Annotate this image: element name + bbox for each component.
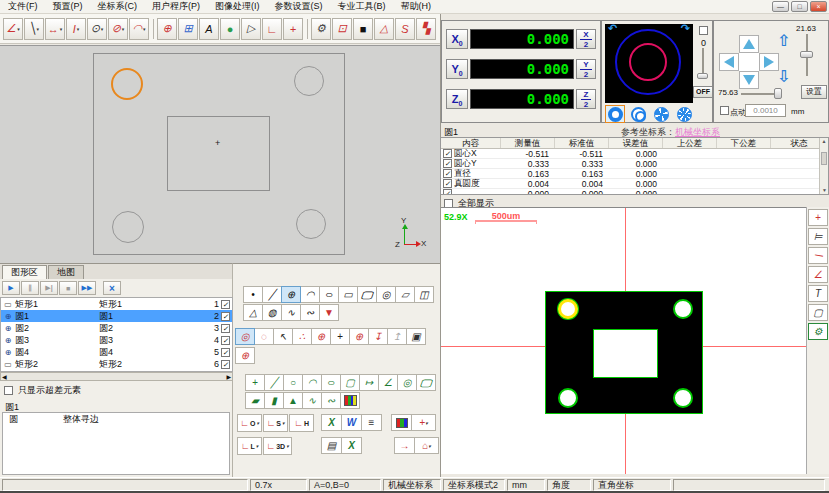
pick-cursor-button[interactable]: ↖ bbox=[273, 328, 293, 345]
cs-skew-button[interactable]: ∟S▾ bbox=[263, 414, 288, 432]
element-checkbox[interactable]: ✓ bbox=[221, 324, 230, 333]
x-half-button[interactable]: X2 bbox=[576, 29, 596, 49]
trace-point-button[interactable]: ⊕ bbox=[235, 347, 255, 364]
line-tool-button[interactable]: ╲▾ bbox=[24, 18, 44, 40]
magnifier-plus-button[interactable]: ⊕ bbox=[311, 328, 331, 345]
element-row-circle2[interactable]: ⊕圆2圆23✓ bbox=[1, 322, 232, 334]
color-grid-button[interactable] bbox=[340, 392, 360, 409]
construct-ellipse-button[interactable]: ○ bbox=[321, 374, 341, 391]
construct-curve-button[interactable]: ∿ bbox=[302, 392, 322, 409]
cs-h-button[interactable]: ∟H bbox=[289, 414, 314, 432]
render-view-button[interactable]: ● bbox=[220, 18, 240, 40]
cylinder-tool-button[interactable]: ◫ bbox=[414, 286, 434, 303]
rotate-right-icon[interactable]: ↷ bbox=[681, 24, 690, 35]
table-scrollbar[interactable]: ▲▼ bbox=[819, 138, 828, 194]
jog-down-button[interactable] bbox=[739, 71, 759, 89]
menu-image-processing[interactable]: 图像处理(I) bbox=[215, 0, 260, 13]
circle-tool-button[interactable]: ⊙▾ bbox=[87, 18, 107, 40]
z-up-arrow-button[interactable]: ⇧ bbox=[777, 31, 790, 50]
z-slider-handle[interactable] bbox=[800, 51, 813, 58]
report-print-button[interactable]: ▤ bbox=[321, 437, 342, 454]
black-display-button[interactable]: ■ bbox=[353, 18, 373, 40]
jog-up-button[interactable] bbox=[739, 35, 759, 53]
z-zero-button[interactable]: Z0 bbox=[446, 89, 468, 109]
settings-button[interactable]: 设置 bbox=[801, 85, 827, 99]
label-text-button[interactable]: A bbox=[199, 18, 219, 40]
light-slider-handle[interactable] bbox=[697, 73, 708, 79]
tab-graphics[interactable]: 图形区 bbox=[2, 265, 47, 279]
colorbar-button[interactable] bbox=[391, 414, 412, 431]
region-select-button[interactable]: ▢ bbox=[808, 304, 828, 321]
construct-slot-button[interactable]: ▢ bbox=[416, 374, 436, 391]
tab-map[interactable]: 地图 bbox=[48, 265, 84, 279]
step-size-input[interactable]: 0.0010 bbox=[745, 104, 786, 117]
play-button[interactable]: ▶ bbox=[2, 281, 20, 295]
settings-gear-button[interactable]: ⚙ bbox=[311, 18, 331, 40]
export-word-button[interactable]: W bbox=[341, 414, 362, 431]
pause-button[interactable]: ∥ bbox=[21, 281, 39, 295]
quad-tool-button[interactable]: ▱ bbox=[395, 286, 415, 303]
slot-tool-button[interactable]: ▢ bbox=[357, 286, 377, 303]
hole-bottom-right[interactable] bbox=[673, 388, 693, 408]
construct-closed-curve-button[interactable]: ∾ bbox=[321, 392, 341, 409]
sphere-tool-button[interactable]: ◍ bbox=[262, 304, 282, 321]
part-circle-top-left-selected[interactable] bbox=[111, 68, 143, 100]
cs-3d-button[interactable]: ∟3D▾ bbox=[263, 437, 292, 455]
auto-circle-button-selected[interactable]: ◎ bbox=[235, 328, 255, 345]
menu-preset[interactable]: 预置(P) bbox=[53, 0, 83, 13]
y-zero-button[interactable]: Y0 bbox=[446, 59, 468, 79]
menu-user-program[interactable]: 用户程序(P) bbox=[152, 0, 200, 13]
stage-cross-button[interactable]: + bbox=[283, 18, 303, 40]
hole-top-left-selected[interactable] bbox=[558, 299, 578, 319]
edit-tool-button[interactable]: × bbox=[103, 281, 121, 295]
center-cutout-rect[interactable] bbox=[593, 329, 658, 378]
construct-circle-button[interactable]: ○ bbox=[283, 374, 303, 391]
light-coaxial-button[interactable] bbox=[628, 105, 648, 123]
edge-detect-button[interactable]: ⊨ bbox=[808, 228, 828, 245]
caliper-button[interactable]: I bbox=[808, 247, 828, 264]
row-checkbox[interactable]: ✓ bbox=[443, 189, 452, 195]
part-circle-top-right[interactable] bbox=[294, 66, 324, 96]
z-down-arrow-button[interactable]: ⇩ bbox=[777, 67, 790, 86]
light-off-button[interactable]: OFF bbox=[693, 86, 713, 98]
element-row-rect2[interactable]: ▭矩形2矩形26✓ bbox=[1, 358, 232, 370]
ring-tool-button[interactable]: ◎ bbox=[376, 286, 396, 303]
run-flag-button[interactable]: ▷ bbox=[241, 18, 261, 40]
part-inner-rect[interactable] bbox=[167, 116, 270, 191]
line-tool-button[interactable]: ╱ bbox=[262, 286, 282, 303]
element-row-circle4[interactable]: ⊕圆4圆45✓ bbox=[1, 346, 232, 358]
element-checkbox[interactable]: ✓ bbox=[221, 348, 230, 357]
jog-left-button[interactable] bbox=[719, 53, 739, 71]
element-checkbox[interactable]: ✓ bbox=[221, 360, 230, 369]
element-row-circle1-selected[interactable]: ⊕圆1圆12✓ bbox=[1, 310, 232, 322]
rotate-left-icon[interactable]: ↶ bbox=[608, 24, 617, 35]
element-checkbox[interactable]: ✓ bbox=[221, 336, 230, 345]
zoom-in-button[interactable]: ⊕ bbox=[157, 18, 177, 40]
filter-checkbox[interactable] bbox=[4, 386, 13, 395]
step-forward-button[interactable]: ▶| bbox=[40, 281, 58, 295]
light-segment-button[interactable] bbox=[674, 105, 694, 123]
element-checkbox[interactable]: ✓ bbox=[221, 300, 230, 309]
target-circle-button[interactable]: ⊕ bbox=[349, 328, 369, 345]
light-quadrant-button[interactable] bbox=[651, 105, 671, 123]
x-zero-button[interactable]: X0 bbox=[446, 29, 468, 49]
cross-cursor-button[interactable]: + bbox=[330, 328, 350, 345]
jog-step-checkbox[interactable] bbox=[720, 106, 729, 115]
probe-pin-button[interactable]: ↧ bbox=[368, 328, 388, 345]
scrollbar-thumb[interactable] bbox=[821, 152, 827, 165]
arc-tool-button[interactable]: ◠▾ bbox=[129, 18, 149, 40]
construct-line-button[interactable]: ╱ bbox=[264, 374, 284, 391]
part-circle-bottom-right[interactable] bbox=[296, 209, 326, 239]
element-row-rect1[interactable]: ▭矩形1矩形11✓ bbox=[1, 298, 232, 310]
table-row[interactable]: ✓真圆度0.0040.0040.000 bbox=[441, 179, 828, 189]
program-s-button[interactable]: S bbox=[395, 18, 415, 40]
construct-cylinder-button[interactable]: ▮ bbox=[264, 392, 284, 409]
angle-measure-button[interactable]: ∠ bbox=[808, 266, 828, 283]
minimize-button[interactable]: — bbox=[772, 1, 789, 12]
scroll-left-icon[interactable]: ◀ bbox=[2, 373, 7, 380]
scroll-right-icon[interactable]: ▶ bbox=[226, 373, 231, 380]
multi-point-button[interactable]: ∴ bbox=[292, 328, 312, 345]
light-ring-full-button[interactable] bbox=[605, 105, 625, 123]
export-excel-button[interactable]: X bbox=[321, 414, 342, 431]
construct-rect-button[interactable]: ▢ bbox=[340, 374, 360, 391]
